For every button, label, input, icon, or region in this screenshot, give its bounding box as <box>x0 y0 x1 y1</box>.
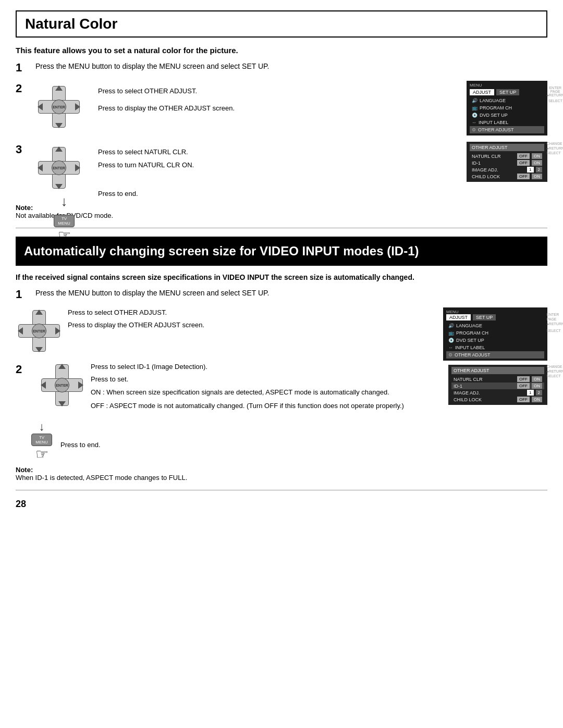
s2-hand-icon: ☞ <box>35 447 48 462</box>
s2-step2-block: 2 ENTER Press to select ID-1 (Image Dete… <box>16 362 433 413</box>
dpad-arrow-right-2 <box>75 164 80 171</box>
step3-annotation1: Press to select NATURL CLR. <box>98 148 194 156</box>
step2-annotation1-text: Press to select OTHER ADJUST. <box>98 87 197 95</box>
menu-item-programch-label-2: PROGRAM CH <box>456 330 488 336</box>
oa-id1-off-1: OFF <box>517 160 530 166</box>
section1-step3: 3 ENTER ↓ TVMENU ☞ <box>16 142 547 198</box>
s2-press-to-end-text: Press to end. <box>60 441 101 449</box>
section2-intro: If the received signal contains screen s… <box>16 273 547 281</box>
section-divider <box>16 228 547 228</box>
s2-dpad-2: ENTER <box>39 362 85 409</box>
step2-annotations: Press to select OTHER ADJUST. Press to d… <box>98 85 235 112</box>
menu-item-dvdsetup-2: 💿 DVD SET UP <box>446 337 544 344</box>
oa-label-id1-2: ID-1 <box>454 384 515 389</box>
menu-item-otheradjust-2: ⚙ OTHER ADJUST <box>446 351 544 359</box>
menu-tabs-2: ADJUST SET UP <box>446 314 544 320</box>
oa-dpad-change-1: CHANGE <box>547 142 562 145</box>
tv-menu-button-1: TVMENU <box>54 215 75 227</box>
oa-dpad-side-2: CHANGE ●RETURN SELECT <box>547 365 563 378</box>
page-number: 28 <box>16 499 547 510</box>
language-icon-2: 🔊 <box>448 323 454 328</box>
dpad-arrow-left-2 <box>38 164 43 171</box>
oa-childlock-on-2: ON <box>532 397 542 402</box>
oa-naturl-off-2: OFF <box>517 376 530 382</box>
menu-tab-setup-2: SET UP <box>473 314 496 320</box>
otheradjust-icon-1: ⚙ <box>472 127 476 132</box>
oa-dpad-side-1: CHANGE ●RETURN SELECT <box>547 142 563 155</box>
programch-icon-1: 📺 <box>472 105 478 110</box>
s2-off-text: OFF : ASPECT mode is not automatically c… <box>91 401 433 411</box>
oa-id1-off-2: OFF <box>517 383 530 389</box>
s2-arrow-up-1 <box>35 310 43 315</box>
section2-title-box: Automatically changing screen size for V… <box>16 237 547 266</box>
s2-step1-number: 1 <box>16 288 31 301</box>
s2-arrow-left-1 <box>18 327 23 335</box>
s2-step2-inner: 2 ENTER Press to select ID-1 (Image Dete… <box>16 362 433 413</box>
menu-mockup-2: MENU ADJUST SET UP 🔊 LANGUAGE 📺 PROGRAM … <box>443 307 547 361</box>
menu-item-programch-label-1: PROGRAM CH <box>480 105 512 110</box>
s2-arrow-up-2 <box>58 364 66 369</box>
oa-label-childlock-2: CHILD LOCK <box>454 397 515 402</box>
dpad-arrow-left-1 <box>38 103 43 110</box>
dpad-1: ENTER <box>35 83 82 130</box>
s2-annotation-a1: Press to select OTHER ADJUST. <box>68 307 433 318</box>
press-to-end-1: Press to end. <box>98 190 194 198</box>
step3-content: ENTER ↓ TVMENU ☞ Press to select NATURL <box>35 142 461 198</box>
oa-label-imageadj-2: IMAGE ADJ. <box>454 390 525 396</box>
menu-tab-setup-1: SET UP <box>496 89 519 95</box>
dpad-arrow-up-2 <box>55 146 63 152</box>
s2-dpad-1: ENTER <box>16 307 63 354</box>
step2-annotation1: Press to select OTHER ADJUST. <box>98 87 235 95</box>
oa-id1-on-2: ON <box>532 383 542 389</box>
s2-step2-num: 2 <box>16 363 31 376</box>
other-adjust-mockup-2: OTHER ADJUST NATURL CLR OFF ON ID-1 OFF … <box>448 365 547 405</box>
step2-number: 2 <box>16 82 31 95</box>
section1-step2: 2 ENTER Press to select OTHER ADJUST. <box>16 81 547 135</box>
note2-label: Note: <box>16 466 33 474</box>
menu-select-2: SELECT <box>547 329 561 332</box>
other-adjust-mockup-1: OTHER ADJUST NATURL CLR OFF ON ID-1 OFF … <box>467 142 547 182</box>
menu-item-otheradjust-1: ⚙ OTHER ADJUST <box>470 126 544 133</box>
s2-step-texts-1: Press to select OTHER ADJUST. Press to d… <box>68 307 433 332</box>
menu-return-2: ●RETURN <box>547 322 563 326</box>
oa-id1-on-1: ON <box>532 160 542 166</box>
section1-note: Note: Not available for DVD/CD mode. <box>16 204 547 219</box>
oa-label-naturl-1: NATURL CLR <box>472 154 515 159</box>
menu-item-inputlabel-label-2: INPUT LABEL <box>455 345 485 350</box>
s2-step2-texts: Press to select ID-1 (Image Detection). … <box>91 362 433 413</box>
oa-dpad-return-1: ●RETURN <box>547 146 563 150</box>
menu-item-language-label-1: LANGUAGE <box>480 98 506 103</box>
menu-item-dvdsetup-label-1: DVD SET UP <box>480 113 508 118</box>
language-icon-1: 🔊 <box>472 98 478 103</box>
s2-dpad-enter-2: ENTER <box>55 378 69 392</box>
menu-item-language-2: 🔊 LANGUAGE <box>446 322 544 329</box>
dpad-arrow-right-1 <box>75 103 80 110</box>
section1-step1: 1 Press the MENU button to display the M… <box>16 60 547 75</box>
footer-divider <box>16 490 547 490</box>
step1-number: 1 <box>16 61 31 75</box>
oa-row-id1-1: ID-1 OFF ON <box>470 159 544 166</box>
section2-step1: 1 Press the MENU button to display the M… <box>16 287 547 301</box>
step1-text: Press the MENU button to display the MEN… <box>35 60 269 70</box>
oa-row-childlock-2: CHILD LOCK OFF ON <box>451 396 544 403</box>
oa-title-2: OTHER ADJUST <box>451 367 544 374</box>
step2-annotation2-text: Press to display the OTHER ADJUST screen… <box>98 104 235 112</box>
programch-icon-2: 📺 <box>448 330 454 336</box>
s2-step2-a1: Press to select ID-1 (Image Detection). <box>91 362 433 372</box>
s2-arrow-right-2 <box>78 381 83 389</box>
step3-right: Press to select NATURL CLR. Press to tur… <box>98 146 194 198</box>
menu-top-row-1: MENU <box>470 83 544 88</box>
dpad-2: ENTER <box>35 144 82 191</box>
menu-item-inputlabel-label-1: INPUT LABEL <box>479 120 508 125</box>
dpad-arrow-down-1 <box>55 123 63 128</box>
menu-item-dvdsetup-1: 💿 DVD SET UP <box>470 112 544 119</box>
oa-row-naturl-1: NATURL CLR OFF ON <box>470 153 544 159</box>
dpad-arrow-down-2 <box>55 184 63 189</box>
menu-item-programch-1: 📺 PROGRAM CH <box>470 104 544 112</box>
menu-tab-adjust-2: ADJUST <box>446 314 471 320</box>
natural-color-section: Natural Color This feature allows you to… <box>16 10 547 219</box>
menu-item-language-1: 🔊 LANGUAGE <box>470 97 544 104</box>
menu-item-inputlabel-1: ↔ INPUT LABEL <box>470 119 544 126</box>
menu-item-dvdsetup-label-2: DVD SET UP <box>456 338 484 343</box>
oa-row-imageadj-1: IMAGE ADJ. 1 2 <box>470 166 544 173</box>
